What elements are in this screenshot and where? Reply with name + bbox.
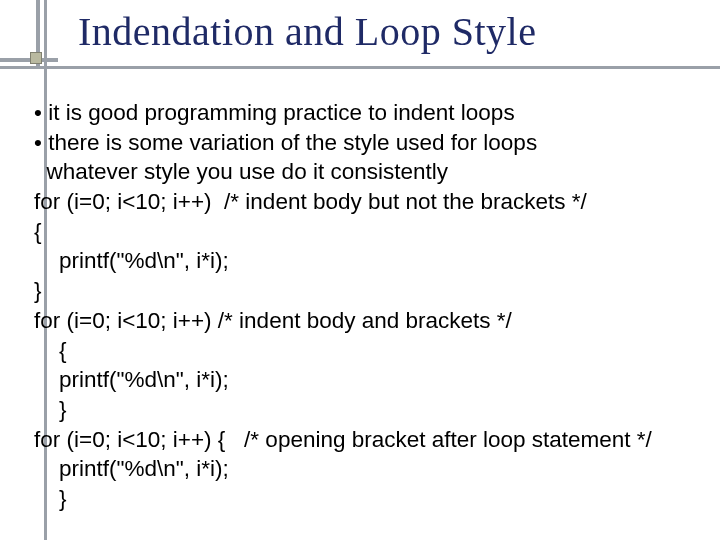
body-line: printf("%d\n", i*i); [34, 365, 712, 395]
body-line: printf("%d\n", i*i); [34, 454, 712, 484]
body-line: for (i=0; i<10; i++) /* indent body but … [34, 187, 712, 217]
slide-title: Indendation and Loop Style [78, 8, 536, 55]
body-line: } [34, 484, 712, 514]
body-line: { [34, 336, 712, 366]
slide: Indendation and Loop Style • it is good … [0, 0, 720, 540]
body-line: for (i=0; i<10; i++) { /* opening bracke… [34, 425, 712, 455]
decoration-line [0, 66, 720, 69]
body-line: whatever style you use do it consistentl… [34, 157, 712, 187]
body-line: } [34, 395, 712, 425]
slide-body: • it is good programming practice to ind… [34, 98, 712, 514]
body-line: • it is good programming practice to ind… [34, 98, 712, 128]
decoration-box [30, 52, 42, 64]
body-line: printf("%d\n", i*i); [34, 246, 712, 276]
body-line: for (i=0; i<10; i++) /* indent body and … [34, 306, 712, 336]
body-line: { [34, 217, 712, 247]
body-line: • there is some variation of the style u… [34, 128, 712, 158]
decoration-line [0, 58, 58, 62]
body-line: } [34, 276, 712, 306]
